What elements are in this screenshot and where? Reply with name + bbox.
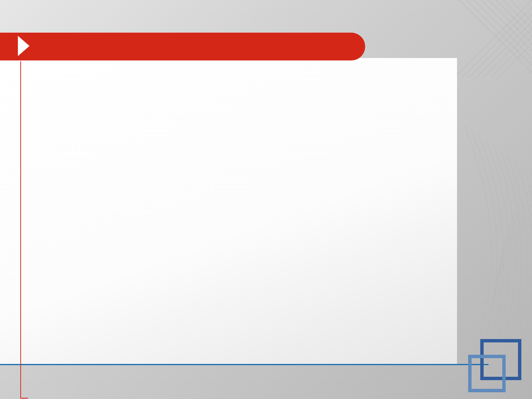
- content-area: [0, 58, 457, 365]
- svg-line-9: [462, 0, 532, 77]
- red-vertical-rule-foot: [20, 398, 28, 399]
- svg-line-11: [476, 0, 532, 77]
- svg-line-12: [484, 0, 532, 77]
- svg-line-5: [491, 0, 532, 77]
- svg-line-6: [498, 0, 532, 77]
- svg-line-3: [476, 0, 532, 77]
- svg-line-4: [484, 0, 532, 77]
- blue-horizontal-rule: [0, 364, 488, 365]
- svg-line-1: [462, 0, 532, 77]
- svg-line-7: [505, 0, 532, 77]
- play-arrow-icon: [18, 36, 30, 56]
- nested-squares-icon: [468, 339, 524, 395]
- svg-line-13: [491, 0, 532, 77]
- title-bar: [0, 33, 365, 60]
- svg-line-14: [498, 0, 532, 77]
- red-vertical-rule: [20, 61, 21, 399]
- svg-line-0: [455, 0, 532, 77]
- slide-canvas: [0, 0, 532, 399]
- svg-line-10: [469, 0, 532, 77]
- svg-line-8: [455, 0, 532, 77]
- svg-line-2: [469, 0, 532, 77]
